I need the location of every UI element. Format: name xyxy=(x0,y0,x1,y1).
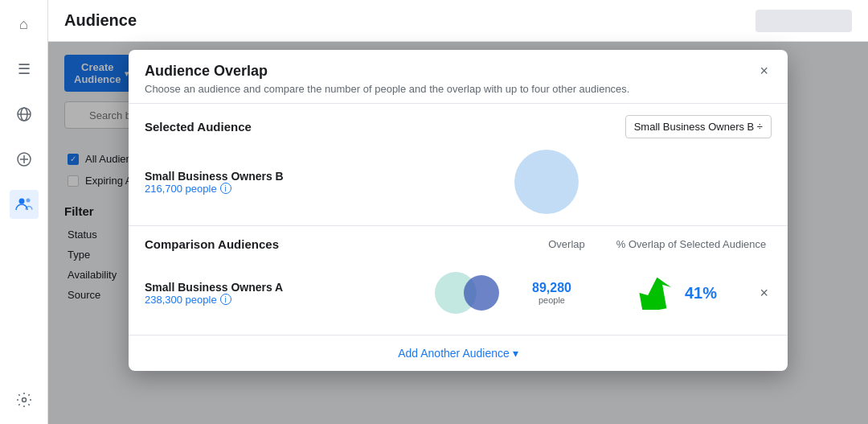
modal-overlay[interactable]: Audience Overlap Choose an audience and … xyxy=(48,42,868,424)
comparison-label: Comparison Audiences xyxy=(145,237,522,251)
selected-audience-name: Small Business Owners B xyxy=(145,170,305,183)
overlap-number: 89,280 xyxy=(507,281,596,295)
sidebar: ⌂ ☰ xyxy=(0,0,48,424)
svg-point-6 xyxy=(18,199,24,204)
sidebar-people-icon[interactable] xyxy=(10,190,39,219)
add-audience-chevron-icon: ▾ xyxy=(513,347,518,360)
green-arrow-icon xyxy=(636,274,680,310)
selected-audience-row: Small Business Owners B 216,700 people i xyxy=(145,150,772,214)
sidebar-settings-icon[interactable] xyxy=(10,385,39,414)
sidebar-menu-icon[interactable]: ☰ xyxy=(10,55,39,84)
selected-section-header: Selected Audience Small Business Owners … xyxy=(145,115,772,138)
sidebar-globe-icon[interactable] xyxy=(10,100,39,129)
modal-close-button[interactable]: × xyxy=(756,63,772,80)
sidebar-home-icon[interactable]: ⌂ xyxy=(10,10,39,39)
audience-overlap-modal: Audience Overlap Choose an audience and … xyxy=(129,50,788,371)
add-audience-button[interactable]: Add Another Audience ▾ xyxy=(398,347,518,360)
selected-audience-count: 216,700 people i xyxy=(145,183,305,195)
topbar-search-placeholder xyxy=(755,10,852,32)
comparison-row-0: Small Business Owners A 238,300 people i xyxy=(145,262,772,323)
selected-audience-info: Small Business Owners B 216,700 people i xyxy=(145,170,305,195)
selected-section-label: Selected Audience xyxy=(145,120,252,134)
selected-circle xyxy=(514,150,579,214)
content-area: Create Audience ▾ ✏ Edit ↗ Share 🗑 Delet… xyxy=(48,42,868,424)
add-audience-row: Add Another Audience ▾ xyxy=(129,335,788,371)
pct-number: 41% xyxy=(685,284,717,303)
modal-header: Audience Overlap Choose an audience and … xyxy=(129,50,788,104)
main-area: Audience Create Audience ▾ ✏ Edit ↗ Shar… xyxy=(48,0,868,424)
svg-marker-9 xyxy=(637,275,674,310)
comparison-audience-name: Small Business Owners A xyxy=(145,281,427,294)
pct-value: 41% xyxy=(596,274,756,313)
modal-title: Audience Overlap xyxy=(145,63,629,80)
comparison-info-icon[interactable]: i xyxy=(220,294,231,305)
comparison-section: Comparison Audiences Overlap % Overlap o… xyxy=(129,226,788,335)
selected-audience-section: Selected Audience Small Business Owners … xyxy=(129,104,788,226)
modal-subtitle: Choose an audience and compare the numbe… xyxy=(145,83,629,95)
page-title: Audience xyxy=(64,11,137,30)
sidebar-plus-icon[interactable] xyxy=(10,145,39,174)
comparison-header: Comparison Audiences Overlap % Overlap o… xyxy=(145,237,772,251)
topbar: Audience xyxy=(48,0,868,42)
audience-dropdown[interactable]: Small Business Owners B ÷ xyxy=(625,115,772,138)
add-audience-label: Add Another Audience xyxy=(398,347,510,360)
comparison-audience-count: 238,300 people i xyxy=(145,294,427,306)
dropdown-label: Small Business Owners B ÷ xyxy=(634,121,763,133)
selected-info-icon[interactable]: i xyxy=(220,183,231,194)
comparison-audience-info: Small Business Owners A 238,300 people i xyxy=(145,281,427,306)
overlap-circle-right xyxy=(464,275,499,311)
svg-point-8 xyxy=(22,398,26,402)
pct-col-header: % Overlap of Selected Audience xyxy=(611,238,772,250)
selected-circle-viz xyxy=(321,150,772,214)
modal-body: Selected Audience Small Business Owners … xyxy=(129,104,788,371)
overlap-container xyxy=(435,269,499,317)
overlap-unit: people xyxy=(507,295,596,305)
overlap-col-header: Overlap xyxy=(522,238,611,250)
svg-point-7 xyxy=(26,199,30,203)
remove-comparison-button[interactable]: × xyxy=(756,285,772,302)
overlap-circles-viz xyxy=(427,269,507,317)
overlap-value: 89,280 people xyxy=(507,281,596,305)
